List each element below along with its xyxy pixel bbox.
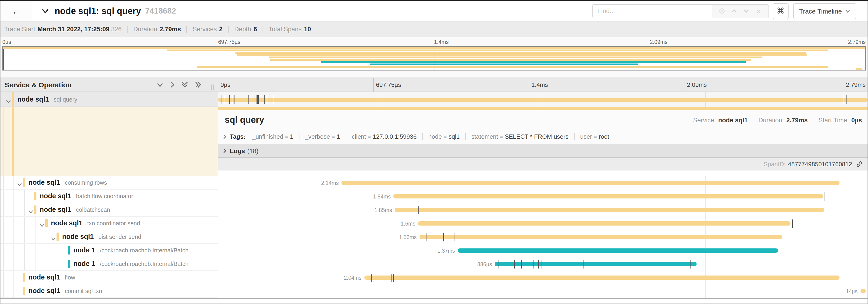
span-service-name: node sql1colbatchscan bbox=[40, 206, 110, 213]
service-value: node sql1 bbox=[718, 116, 748, 124]
span-duration-label: 1.37ms bbox=[437, 248, 458, 253]
span-log-tick bbox=[221, 95, 221, 104]
expand-one-button[interactable] bbox=[170, 81, 175, 88]
double-chevron-down-icon bbox=[181, 81, 188, 88]
span-bar[interactable] bbox=[495, 262, 697, 266]
trace-timeline-dropdown[interactable]: Trace Timeline bbox=[793, 3, 856, 19]
span-log-tick bbox=[366, 273, 366, 282]
find-controls: × bbox=[712, 4, 768, 18]
span-expand-toggle[interactable] bbox=[17, 180, 23, 189]
span-row[interactable]: node 1/cockroach.roachpb.Internal/Batch8… bbox=[0, 257, 868, 271]
trace-start-fraction: .326 bbox=[109, 26, 122, 33]
span-expand-toggle[interactable] bbox=[6, 97, 11, 105]
span-bar[interactable] bbox=[420, 235, 782, 239]
span-bar-cell[interactable]: 2.04ms bbox=[218, 271, 868, 284]
span-bar[interactable] bbox=[418, 221, 790, 226]
span-bar-cell[interactable]: 1.6ms bbox=[218, 217, 868, 230]
find-group: × bbox=[592, 4, 769, 18]
span-rows-area: node sql1sql query sql query Service: no… bbox=[0, 92, 868, 299]
find-prev-button[interactable] bbox=[728, 9, 740, 13]
span-tree-cell[interactable]: node sql1txn coordinator send bbox=[0, 217, 218, 230]
span-expand-toggle[interactable] bbox=[51, 234, 56, 243]
span-service-name: node sql1txn coordinator send bbox=[51, 219, 140, 227]
copy-link-button[interactable] bbox=[856, 160, 863, 167]
tag-item: _verbose=1 bbox=[299, 133, 346, 140]
span-service-name: node sql1batch flow coordinator bbox=[40, 192, 133, 200]
span-bar[interactable] bbox=[364, 275, 840, 280]
span-bar[interactable] bbox=[341, 181, 839, 185]
span-row[interactable]: node 1/cockroach.roachpb.Internal/Batch1… bbox=[0, 244, 868, 257]
span-bar-cell[interactable]: 1.37ms bbox=[218, 244, 868, 257]
span-tree-cell[interactable]: node sql1dist sender send bbox=[0, 230, 218, 244]
trace-collapse-toggle[interactable] bbox=[41, 8, 49, 13]
find-next-button[interactable] bbox=[740, 9, 752, 13]
span-duration-label: 2.04ms bbox=[344, 275, 364, 280]
locate-icon[interactable] bbox=[716, 8, 728, 13]
minimap-canvas[interactable] bbox=[2, 46, 866, 70]
column-resize-grip[interactable] bbox=[211, 85, 214, 90]
tags-label: Tags: bbox=[230, 133, 246, 140]
span-tree-cell[interactable]: node sql1commit sql txn bbox=[0, 284, 218, 298]
minimap-span-bar bbox=[856, 68, 863, 70]
span-row[interactable]: node sql1txn coordinator send1.6ms bbox=[0, 217, 868, 230]
logs-label: Logs bbox=[230, 147, 245, 154]
span-service-name: node sql1flow bbox=[29, 273, 75, 281]
span-row[interactable]: node sql1dist sender send1.56ms bbox=[0, 230, 868, 244]
collapse-all-button[interactable] bbox=[181, 81, 188, 88]
span-log-tick bbox=[248, 95, 249, 104]
span-bar-cell[interactable]: 1.84ms bbox=[218, 190, 868, 203]
span-bar-cell[interactable]: 2.14ms bbox=[218, 176, 868, 190]
chevron-down-icon bbox=[845, 9, 850, 13]
span-tree-cell[interactable]: node sql1colbatchscan bbox=[0, 203, 218, 217]
span-bar-cell[interactable]: 1.56ms bbox=[218, 230, 868, 244]
span-tree-cell[interactable]: node sql1consuming rows bbox=[0, 176, 218, 190]
services-value: 2 bbox=[219, 26, 223, 33]
tag-item: node=sql1 bbox=[422, 133, 465, 140]
span-log-tick bbox=[234, 95, 234, 104]
span-log-tick bbox=[267, 95, 268, 104]
depth-value: 6 bbox=[253, 26, 257, 33]
find-clear-button[interactable]: × bbox=[752, 7, 765, 15]
span-duration-label: 1.85ms bbox=[374, 207, 395, 213]
span-tree-cell[interactable]: node sql1sql query bbox=[0, 92, 218, 107]
span-row[interactable]: node sql1colbatchscan1.85ms bbox=[0, 203, 868, 217]
span-bar-cell[interactable]: 1.85ms bbox=[218, 203, 868, 217]
span-row[interactable]: node sql1commit sql txn14µs bbox=[0, 284, 868, 298]
span-operation-name: commit sql txn bbox=[65, 288, 102, 295]
minimap-span-bar bbox=[237, 54, 807, 56]
services-label: Services bbox=[193, 26, 217, 33]
service-label: Service: bbox=[693, 116, 716, 124]
span-bar-cell[interactable]: 886µs bbox=[218, 257, 868, 271]
span-service-name: node sql1consuming rows bbox=[29, 179, 107, 186]
span-log-tick bbox=[418, 206, 418, 214]
span-tree-cell[interactable]: node 1/cockroach.roachpb.Internal/Batch bbox=[0, 244, 218, 257]
expand-all-button[interactable] bbox=[195, 81, 202, 88]
page-header: ← node sql1: sql query 7418682 × bbox=[0, 1, 868, 22]
span-tree-cell[interactable]: node sql1flow bbox=[0, 271, 218, 284]
span-row[interactable]: node sql1sql query bbox=[0, 92, 868, 107]
span-expand-toggle[interactable] bbox=[39, 221, 45, 229]
span-bar-cell[interactable]: 14µs bbox=[218, 284, 868, 298]
tags-accordion[interactable]: Tags: _unfinished=1_verbose=1client=127.… bbox=[218, 129, 868, 144]
span-row[interactable]: node sql1flow2.04ms bbox=[0, 271, 868, 284]
span-detail-left-gutter bbox=[0, 107, 218, 176]
span-row[interactable]: node sql1batch flow coordinator1.84ms bbox=[0, 190, 868, 203]
keyboard-shortcuts-button[interactable]: ⌘ bbox=[772, 3, 788, 19]
collapse-one-button[interactable] bbox=[156, 82, 163, 87]
span-color-chip bbox=[23, 273, 25, 281]
span-bar[interactable] bbox=[394, 194, 824, 199]
span-bar-cell[interactable] bbox=[218, 92, 868, 107]
span-bar[interactable] bbox=[395, 208, 824, 212]
span-bar[interactable] bbox=[458, 248, 778, 252]
span-tree-cell[interactable]: node sql1batch flow coordinator bbox=[0, 190, 218, 203]
back-button[interactable]: ← bbox=[0, 1, 33, 21]
span-expand-toggle[interactable] bbox=[28, 207, 34, 216]
span-row[interactable]: node sql1consuming rows2.14ms bbox=[0, 176, 868, 190]
span-bar[interactable] bbox=[218, 97, 868, 102]
span-color-chip bbox=[68, 260, 70, 268]
span-bar[interactable] bbox=[860, 289, 865, 293]
timeline-tick-label: 1.4ms bbox=[529, 78, 684, 92]
logs-accordion[interactable]: Logs (18) bbox=[218, 144, 868, 158]
span-tree-cell[interactable]: node 1/cockroach.roachpb.Internal/Batch bbox=[0, 257, 218, 271]
find-input[interactable] bbox=[593, 4, 712, 18]
